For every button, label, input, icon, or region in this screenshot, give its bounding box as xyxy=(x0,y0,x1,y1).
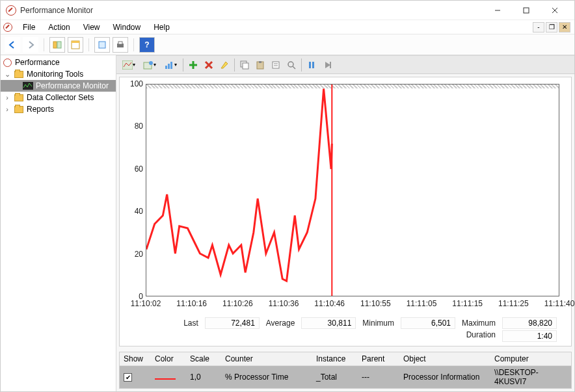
chart-container: 020406080100 11:10:0211:10:1611:10:2611:… xyxy=(119,77,572,346)
tree-data-collector-sets[interactable]: › Data Collector Sets xyxy=(1,92,116,103)
counter-value: % Processor Time xyxy=(221,371,312,384)
perfmon-icon xyxy=(23,81,33,91)
tree-monitoring-tools[interactable]: ⌄ Monitoring Tools xyxy=(1,68,116,80)
svg-rect-15 xyxy=(165,66,167,69)
expand-icon[interactable]: › xyxy=(3,105,11,113)
legend-row[interactable]: ✔ 1,0 % Processor Time _Total --- Proces… xyxy=(120,366,571,388)
col-scale[interactable]: Scale xyxy=(186,352,221,365)
duration-label: Duration xyxy=(466,330,496,342)
close-button[interactable] xyxy=(541,1,569,20)
tree-reports[interactable]: › Reports xyxy=(1,103,116,115)
duration-value: 1:40 xyxy=(502,330,557,342)
menu-file[interactable]: File xyxy=(16,21,42,33)
last-label: Last xyxy=(183,319,198,328)
show-checkbox[interactable]: ✔ xyxy=(124,373,132,382)
svg-rect-10 xyxy=(118,42,122,44)
help-button[interactable]: ? xyxy=(139,37,155,53)
col-parent[interactable]: Parent xyxy=(358,352,399,365)
menu-view[interactable]: View xyxy=(77,21,107,33)
minimize-button[interactable] xyxy=(483,1,512,20)
svg-line-26 xyxy=(293,66,295,69)
col-counter[interactable]: Counter xyxy=(221,352,312,365)
counter-color-swatch xyxy=(155,378,176,380)
maximize-button[interactable] xyxy=(512,1,541,20)
app-icon-small xyxy=(3,23,12,32)
col-color[interactable]: Color xyxy=(151,352,186,365)
parent-value: --- xyxy=(358,371,399,384)
avg-value: 30,811 xyxy=(301,317,356,329)
tree-performance-monitor[interactable]: Performance Monitor xyxy=(1,80,116,92)
mdi-restore-button[interactable]: ❐ xyxy=(546,22,557,33)
object-value: Processor Information xyxy=(399,371,490,384)
monitoring-tools-icon xyxy=(14,69,24,79)
perfmon-toolbar: ▾ ▾ ▾ xyxy=(116,56,574,74)
max-label: Maximum xyxy=(462,319,496,328)
svg-rect-4 xyxy=(53,42,57,48)
data-collector-icon xyxy=(14,92,24,103)
y-axis: 020406080100 xyxy=(126,84,146,296)
mmc-toolbar: ? xyxy=(1,34,574,55)
svg-rect-27 xyxy=(309,62,311,68)
svg-rect-22 xyxy=(273,62,279,68)
max-value: 98,820 xyxy=(502,317,557,329)
menu-action[interactable]: Action xyxy=(42,21,76,33)
tree-root-performance[interactable]: Performance xyxy=(1,57,116,68)
back-button[interactable] xyxy=(5,37,20,53)
plot-area[interactable] xyxy=(146,84,559,296)
graph-type-button[interactable]: ▾ xyxy=(161,58,180,72)
app-icon xyxy=(6,5,16,16)
titlebar: Performance Monitor xyxy=(1,1,574,20)
print-button[interactable] xyxy=(113,37,128,53)
stats-row-1: Last 72,481 Average 30,811 Minimum 6,501… xyxy=(126,317,559,329)
last-value: 72,481 xyxy=(205,317,260,329)
reports-icon xyxy=(14,104,24,114)
view-log-button[interactable]: ▾ xyxy=(140,58,159,72)
scale-value: 1,0 xyxy=(186,371,221,384)
highlight-button[interactable] xyxy=(217,58,232,72)
zoom-button[interactable] xyxy=(284,58,299,72)
mdi-minimize-button[interactable]: ‐ xyxy=(533,22,544,33)
expand-icon[interactable]: › xyxy=(3,94,11,101)
x-axis: 11:10:0211:10:1611:10:2611:10:3611:10:46… xyxy=(146,299,559,309)
svg-rect-7 xyxy=(72,41,79,43)
avg-label: Average xyxy=(266,319,295,328)
menu-window[interactable]: Window xyxy=(107,21,148,33)
svg-rect-28 xyxy=(312,62,314,68)
export-button[interactable] xyxy=(94,37,110,53)
stats-row-2: Duration 1:40 xyxy=(126,330,559,342)
performance-icon xyxy=(2,57,12,68)
copy-button[interactable] xyxy=(237,58,252,72)
col-instance[interactable]: Instance xyxy=(312,352,358,365)
delete-counter-button[interactable] xyxy=(202,58,216,72)
collapse-icon[interactable]: ⌄ xyxy=(3,70,11,79)
menu-help[interactable]: Help xyxy=(147,21,176,33)
col-object[interactable]: Object xyxy=(399,352,490,365)
svg-rect-12 xyxy=(122,60,133,70)
svg-rect-5 xyxy=(57,42,61,48)
col-show[interactable]: Show xyxy=(120,352,151,365)
window-title: Performance Monitor xyxy=(20,6,93,15)
svg-rect-29 xyxy=(330,62,331,68)
counter-legend: Show Color Scale Counter Instance Parent… xyxy=(119,352,572,389)
computer-value: \\DESKTOP-4KUSVI7 xyxy=(490,366,571,388)
min-value: 6,501 xyxy=(401,317,455,329)
svg-point-14 xyxy=(149,61,153,65)
col-computer[interactable]: Computer xyxy=(490,352,571,365)
svg-rect-17 xyxy=(170,62,172,69)
forward-button[interactable] xyxy=(23,37,38,53)
svg-rect-19 xyxy=(243,63,248,69)
mdi-close-button[interactable]: ✕ xyxy=(559,22,570,33)
update-button[interactable] xyxy=(320,58,334,72)
mdi-controls: ‐ ❐ ✕ xyxy=(533,22,572,33)
properties-button-2[interactable] xyxy=(269,58,283,72)
freeze-button[interactable] xyxy=(304,58,319,72)
tree-pane: Performance ⌄ Monitoring Tools Performan… xyxy=(1,55,116,391)
paste-button[interactable] xyxy=(253,58,267,72)
show-hide-tree-button[interactable] xyxy=(49,37,65,53)
add-counter-button[interactable] xyxy=(186,58,200,72)
view-current-button[interactable]: ▾ xyxy=(119,58,139,72)
svg-rect-16 xyxy=(168,64,170,69)
min-label: Minimum xyxy=(362,319,394,328)
svg-point-25 xyxy=(288,62,293,67)
properties-button[interactable] xyxy=(68,37,83,53)
